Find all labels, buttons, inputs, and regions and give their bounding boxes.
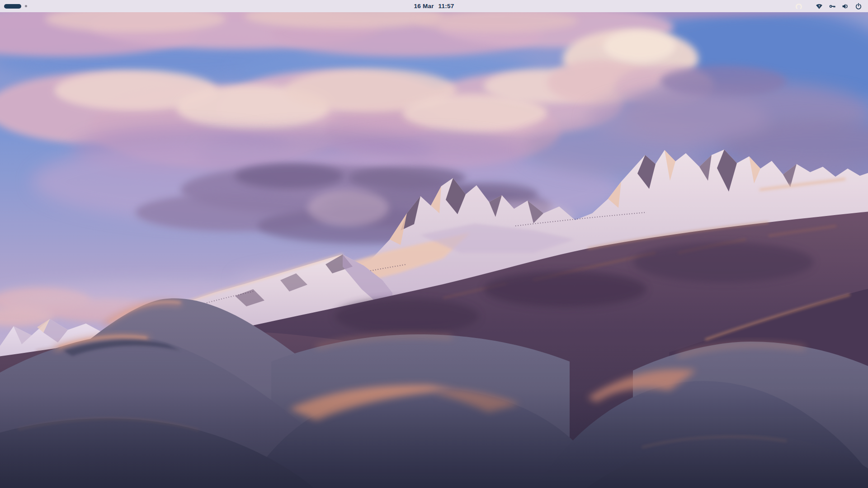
- vpn-key-icon[interactable]: [829, 0, 836, 12]
- svg-text:?: ?: [818, 4, 821, 8]
- power-icon[interactable]: [855, 0, 862, 12]
- clock-button[interactable]: 16 Mar11:57: [414, 3, 454, 9]
- activities-workspace-indicator[interactable]: [0, 0, 27, 12]
- gnome-desktop: 16 Mar11:57 ?: [0, 0, 868, 488]
- volume-icon[interactable]: [842, 0, 849, 12]
- workspace-active-pill[interactable]: [4, 4, 21, 9]
- wifi-no-internet-icon[interactable]: ?: [816, 0, 823, 12]
- top-bar: 16 Mar11:57 ?: [0, 0, 868, 12]
- wallpaper-image: [0, 0, 868, 488]
- clock-date: 16 Mar: [414, 3, 434, 9]
- workspace-inactive-dot[interactable]: [25, 5, 27, 7]
- system-status-area[interactable]: ?: [789, 0, 868, 12]
- clock-time: 11:57: [439, 3, 454, 9]
- app-indicator-arc-icon[interactable]: [795, 0, 802, 12]
